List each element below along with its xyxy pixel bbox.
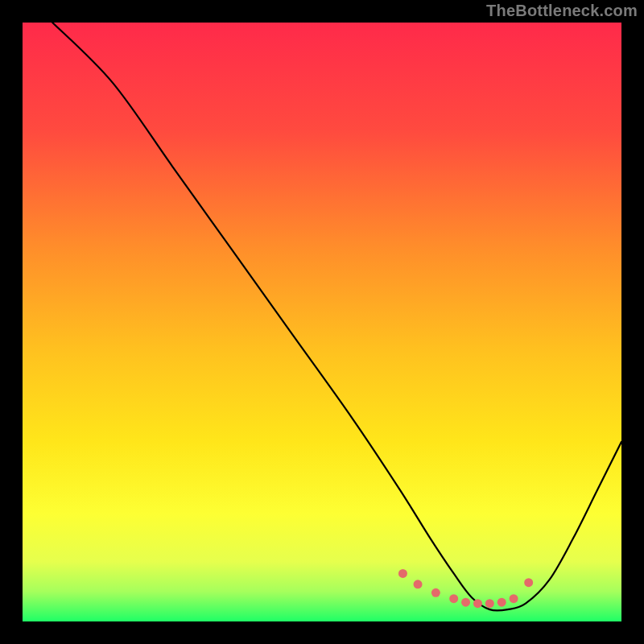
- gradient-background: [23, 23, 621, 621]
- marker-dot: [510, 594, 518, 603]
- watermark-text: TheBottleneck.com: [486, 2, 638, 20]
- marker-dot: [414, 580, 423, 588]
- marker-dot: [461, 598, 470, 607]
- marker-dot: [524, 578, 533, 587]
- marker-dot: [449, 594, 458, 603]
- chart-stage: TheBottleneck.com: [0, 0, 644, 644]
- chart-svg: [23, 23, 621, 621]
- marker-dot: [473, 599, 482, 608]
- marker-dot: [497, 598, 506, 607]
- plot-area: [23, 23, 621, 621]
- marker-dot: [485, 599, 494, 608]
- marker-dot: [431, 588, 440, 597]
- marker-dot: [398, 569, 407, 578]
